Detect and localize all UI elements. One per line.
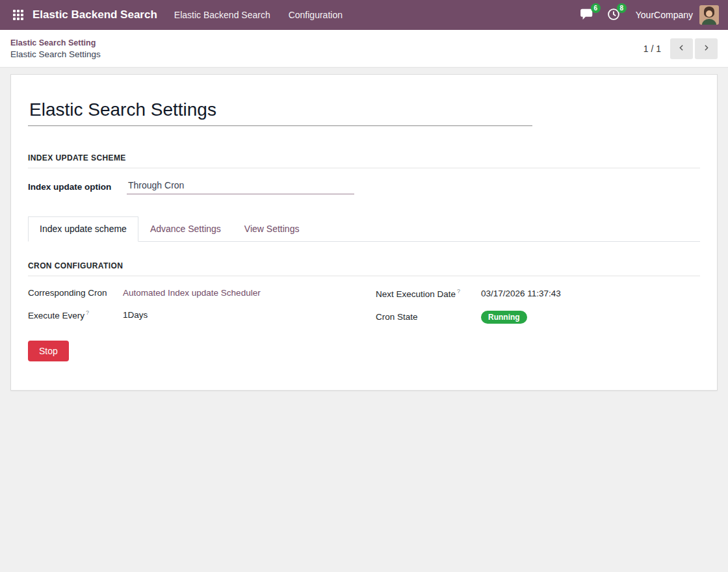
breadcrumb: Elastic Search Setting Elastic Search Se… (10, 38, 101, 59)
field-column-left: Corresponding Cron Automated Index updat… (28, 288, 376, 335)
tab-index-update-scheme[interactable]: Index update scheme (28, 216, 138, 242)
execute-every-help-icon: ? (86, 309, 89, 316)
pager-next-button[interactable] (695, 38, 718, 59)
chevron-right-icon (702, 44, 710, 54)
messages-button[interactable]: 6 (580, 8, 594, 22)
messages-badge: 6 (591, 3, 601, 13)
field-row-cron-state: Cron State Running (376, 311, 700, 324)
form-sheet: Elastic Search Settings INDEX UPDATE SCH… (10, 74, 718, 391)
avatar (699, 5, 719, 25)
next-execution-date-value: 03/17/2026 11:37:43 (481, 289, 561, 298)
menu-configuration[interactable]: Configuration (289, 10, 343, 20)
stop-button[interactable]: Stop (28, 341, 69, 361)
company-name: YourCompany (636, 10, 693, 20)
section-index-update-scheme: INDEX UPDATE SCHEME (28, 153, 700, 168)
next-execution-date-label: Next Execution Date? (376, 288, 481, 299)
tab-view-settings[interactable]: View Settings (233, 216, 311, 241)
index-update-option-label: Index update option (28, 182, 127, 192)
pager-buttons (670, 38, 718, 59)
tab-content-index-update-scheme: CRON CONFIGURATION Corresponding Cron Au… (28, 242, 700, 361)
apps-grid-icon (13, 10, 23, 20)
pager-count[interactable]: 1 / 1 (644, 44, 661, 54)
corresponding-cron-link[interactable]: Automated Index update Scheduler (123, 288, 261, 298)
user-menu[interactable]: YourCompany (636, 5, 719, 25)
breadcrumb-current: Elastic Search Settings (10, 49, 101, 59)
section-cron-configuration: CRON CONFIGURATION (28, 261, 700, 276)
field-row-execute-every: Execute Every? 1Days (28, 309, 376, 320)
next-execution-date-help-icon: ? (457, 288, 460, 294)
cron-state-label: Cron State (376, 312, 481, 322)
cron-state-badge: Running (481, 311, 527, 324)
execute-every-label: Execute Every? (28, 309, 123, 320)
odoo-webclient: Elastic Backend Search Elastic Backend S… (0, 0, 728, 572)
execute-every-value: 1Days (123, 310, 148, 320)
tab-advance-settings[interactable]: Advance Settings (138, 216, 233, 241)
pager: 1 / 1 (644, 38, 718, 59)
record-title-input[interactable]: Elastic Search Settings (28, 98, 532, 126)
corresponding-cron-label: Corresponding Cron (28, 288, 123, 298)
cron-field-grid: Corresponding Cron Automated Index updat… (28, 288, 700, 335)
notebook-tabs: Index update scheme Advance Settings Vie… (28, 216, 700, 242)
systray: 6 8 YourCompany (580, 5, 719, 25)
app-name[interactable]: Elastic Backend Search (32, 8, 157, 21)
field-row-next-execution-date: Next Execution Date? 03/17/2026 11:37:43 (376, 288, 700, 299)
activities-button[interactable]: 8 (607, 8, 620, 23)
control-panel: Elastic Search Setting Elastic Search Se… (0, 30, 728, 68)
top-navbar: Elastic Backend Search Elastic Backend S… (0, 0, 728, 30)
activities-badge: 8 (617, 3, 627, 13)
field-column-right: Next Execution Date? 03/17/2026 11:37:43… (376, 288, 700, 335)
menu-elastic-backend-search[interactable]: Elastic Backend Search (174, 10, 270, 20)
breadcrumb-parent-link[interactable]: Elastic Search Setting (10, 38, 101, 47)
chevron-left-icon (677, 44, 686, 54)
field-row-index-update-option: Index update option Through Cron (28, 179, 700, 194)
navbar-menus: Elastic Backend Search Configuration (174, 10, 343, 20)
main-content: Elastic Search Settings INDEX UPDATE SCH… (0, 68, 728, 572)
index-update-option-field[interactable]: Through Cron (127, 179, 354, 194)
field-row-corresponding-cron: Corresponding Cron Automated Index updat… (28, 288, 376, 298)
apps-menu-button[interactable] (9, 6, 27, 24)
pager-previous-button[interactable] (670, 38, 693, 59)
